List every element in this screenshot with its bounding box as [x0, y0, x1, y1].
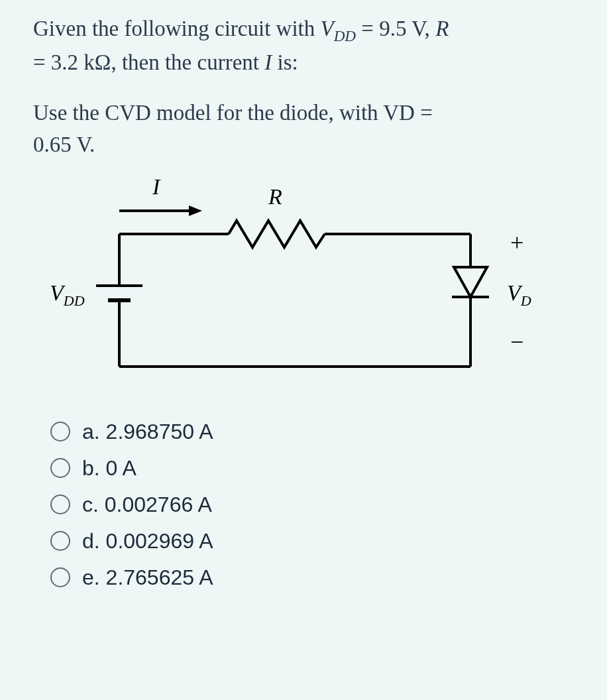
vd-symbol: V — [383, 101, 399, 125]
option-label: b. 0 A — [82, 456, 137, 481]
vdd-circuit-label: VDD — [50, 280, 85, 309]
options-group: a. 2.968750 A b. 0 A c. 0.002766 A d. 0.… — [33, 420, 580, 590]
vdd-symbol: V — [321, 17, 334, 40]
radio-icon[interactable] — [50, 531, 70, 551]
circuit-diagram: I R — [33, 168, 563, 400]
hint-text: Use the CVD model for the diode, with VD… — [33, 97, 580, 161]
current-label: I — [152, 174, 161, 199]
radio-icon[interactable] — [50, 422, 70, 441]
plus-label: + — [510, 229, 524, 256]
vd-circuit-label: VD — [507, 280, 531, 309]
radio-icon[interactable] — [50, 495, 70, 514]
minus-label: − — [510, 329, 524, 355]
option-a[interactable]: a. 2.968750 A — [50, 420, 580, 444]
vdd-eq: = 9.5 V, — [356, 17, 435, 40]
option-label: a. 2.968750 A — [82, 420, 213, 444]
option-label: d. 0.002969 A — [82, 529, 213, 554]
q-line2-suffix: is: — [277, 50, 298, 74]
option-d[interactable]: d. 0.002969 A — [50, 529, 580, 554]
radio-icon[interactable] — [50, 458, 70, 478]
option-c[interactable]: c. 0.002766 A — [50, 493, 580, 517]
q-prefix: Given the following circuit with — [33, 17, 321, 40]
arrow-icon — [189, 205, 202, 216]
q-line2-prefix: = 3.2 kΩ, then the current — [33, 50, 264, 74]
resistor-label: R — [268, 184, 282, 209]
radio-icon[interactable] — [50, 567, 70, 587]
option-e[interactable]: e. 2.765625 A — [50, 565, 580, 590]
hint-value: 0.65 V. — [33, 133, 95, 156]
r-symbol: R — [435, 17, 449, 40]
vd-sub: D — [399, 101, 415, 125]
vdd-sub: DD — [334, 27, 356, 44]
resistor-icon — [229, 221, 325, 247]
hint-prefix: Use the CVD model for the diode, with — [33, 101, 383, 125]
option-label: e. 2.765625 A — [82, 565, 213, 590]
vd-eq: = — [415, 101, 433, 125]
i-symbol: I — [264, 50, 277, 74]
diode-icon — [454, 267, 487, 297]
question-text: Given the following circuit with VDD = 9… — [33, 13, 580, 79]
option-b[interactable]: b. 0 A — [50, 456, 580, 481]
option-label: c. 0.002766 A — [82, 493, 212, 517]
